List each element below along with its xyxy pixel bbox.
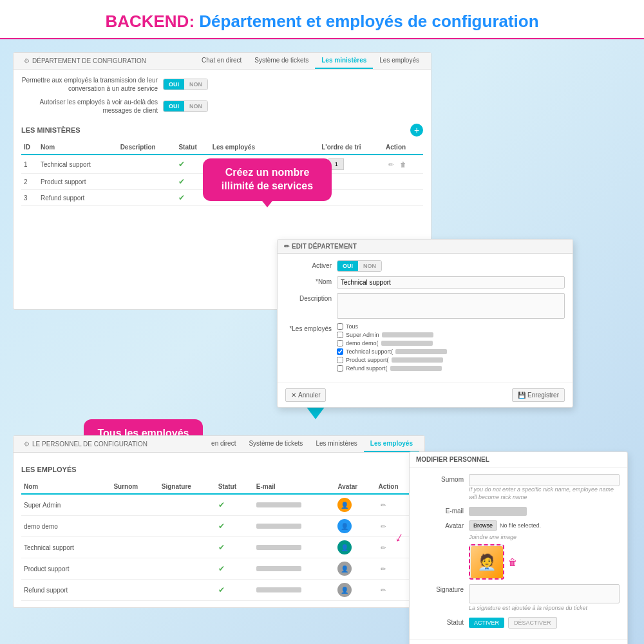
col-nom: Nom [38, 140, 118, 155]
btn-annuler[interactable]: ✕ Annuler [285, 388, 326, 402]
avatar: 👤 [337, 562, 352, 576]
form-input-nom[interactable] [337, 276, 565, 289]
edit-emp-icon[interactable]: ✏ [378, 564, 388, 574]
checkbox-product-input[interactable] [337, 357, 343, 363]
tab-bottom-ministeres[interactable]: Les ministères [309, 436, 363, 452]
btn-enregistrer[interactable]: 💾 Enregistrer [512, 388, 565, 402]
check-icon: ✔ [218, 585, 225, 594]
blurred-email [256, 502, 301, 507]
col-employes: Les employés [210, 140, 319, 155]
emp-email [254, 537, 336, 558]
edit-panel: ✏ EDIT DÉPARTEMENT Activer OUI NON *Nom … [277, 239, 573, 408]
modify-panel-header: MODIFIER PERSONNEL [410, 452, 627, 468]
toggle-row-1: Permettre aux employés la transmission d… [21, 76, 423, 93]
checkbox-technical-input[interactable] [337, 348, 343, 355]
btn-desactiver[interactable]: DÉSACTIVER [508, 617, 557, 629]
btn-activer[interactable]: ACTIVER [469, 618, 504, 628]
emp-statut: ✔ [216, 537, 254, 558]
emp-statut: ✔ [216, 558, 254, 580]
checkbox-refund: Refund support( [337, 365, 447, 372]
edit-panel-header: ✏ EDIT DÉPARTEMENT [278, 240, 573, 254]
checkbox-refund-input[interactable] [337, 365, 343, 372]
blurred-email [256, 545, 301, 550]
emp-nom: Super Admin [21, 494, 111, 516]
cell-id: 2 [21, 174, 38, 190]
emp-email [254, 558, 336, 580]
edit-emp-icon[interactable]: ✏ [378, 521, 388, 531]
tab-bottom-employes[interactable]: Les employés [364, 436, 419, 452]
toggle-oui-2[interactable]: OUI [164, 101, 184, 111]
checkbox-demodemo-input[interactable] [337, 340, 343, 346]
form-row-surnom: Surnom If you do not enter a specific ni… [417, 474, 620, 501]
blurred-text-5 [390, 366, 442, 371]
edit-icon[interactable]: ✏ [386, 159, 396, 169]
col-ordre: L'ordre de tri [319, 140, 383, 155]
emp-avatar: 👤 [335, 494, 375, 516]
edit-toggle-oui[interactable]: OUI [337, 261, 358, 271]
edit-toggle-group: OUI NON [337, 260, 382, 272]
table-row: Super Admin ✔ 👤 ✏ [21, 494, 417, 516]
toggle-non-1[interactable]: NON [184, 79, 207, 90]
avatar: 👤 [337, 583, 352, 597]
edit-emp-icon[interactable]: ✏ [378, 500, 388, 510]
form-row-nom: *Nom [285, 276, 565, 289]
main-content: ⚙ DÉPARTEMENT DE CONFIGURATION Chat en d… [0, 39, 644, 644]
add-button[interactable]: + [410, 124, 423, 137]
checkbox-superadmin-input[interactable] [337, 332, 343, 338]
col-id: ID [21, 140, 38, 155]
tab-bottom-tickets[interactable]: Système de tickets [242, 436, 309, 452]
col-surnom: Surnom [111, 480, 158, 494]
modify-panel-body: Surnom If you do not enter a specific ni… [410, 468, 627, 639]
checkbox-product: Product support( [337, 357, 447, 363]
modify-panel: MODIFIER PERSONNEL Surnom If you do not … [409, 451, 628, 644]
edit-toggle-non[interactable]: NON [358, 261, 381, 271]
panel-tab-title: ⚙ DÉPARTEMENT DE CONFIGURATION [19, 53, 151, 68]
table-row: Technical support ✔ 👤 ✏ [21, 537, 417, 558]
form-label-statut: Statut [417, 617, 469, 626]
bottom-panel: ⚙ LE PERSONNEL DE CONFIGURATION en direc… [13, 435, 425, 608]
checkbox-demodemo: demo demo( [337, 340, 447, 346]
panel-tabs-bottom: ⚙ LE PERSONNEL DE CONFIGURATION en direc… [14, 436, 424, 453]
delete-icon[interactable]: 🗑 [398, 159, 408, 169]
delete-avatar-icon[interactable]: 🗑 [508, 557, 517, 567]
form-textarea-desc[interactable] [337, 293, 565, 319]
checkbox-group-employes: Tous Super Admin demo demo( Techn [337, 323, 447, 372]
emp-email [254, 516, 336, 537]
toggle-oui-1[interactable]: OUI [164, 79, 184, 90]
checkbox-tous-input[interactable] [337, 323, 343, 330]
browse-button[interactable]: Browse [469, 520, 497, 531]
form-row-avatar: Avatar Browse No file selected. Joindre … [417, 520, 620, 580]
col-statut-e: Statut [216, 480, 254, 494]
check-icon: ✔ [218, 522, 225, 531]
checkbox-superadmin: Super Admin [337, 332, 447, 338]
form-label-signature: Signature [417, 584, 469, 593]
blurred-email [256, 587, 301, 592]
tab-tickets[interactable]: Système de tickets [248, 53, 315, 69]
modify-footer: ✕ Supprimer 💾 Sauvegarder [410, 639, 627, 644]
toggle-label-1: Permettre aux employés la transmission d… [21, 76, 163, 93]
form-input-surnom[interactable] [469, 474, 620, 486]
form-row-statut: Statut ACTIVER DÉSACTIVER [417, 617, 620, 629]
check-icon: ✔ [218, 564, 225, 573]
edit-icon-header: ✏ [284, 243, 289, 250]
employes-table: Nom Surnom Signature Statut E-mail Avata… [21, 480, 417, 601]
col-description: Description [118, 140, 176, 155]
blurred-text-2 [381, 341, 433, 346]
checkbox-tous: Tous [337, 323, 447, 330]
form-row-signature: Signature La signature est ajoutée à la … [417, 584, 620, 612]
emp-email [254, 580, 336, 601]
toggle-non-2[interactable]: NON [184, 101, 207, 111]
section-title-employes: LES EMPLOYÉS [21, 466, 417, 476]
tab-employes[interactable]: Les employés [373, 53, 426, 69]
edit-emp-icon[interactable]: ✏ [378, 542, 388, 553]
gear-icon-bottom: ⚙ [24, 440, 30, 448]
tab-bottom-direct[interactable]: en direct [205, 436, 242, 452]
save-icon: 💾 [518, 392, 526, 399]
edit-emp-icon[interactable]: ✏ [378, 585, 388, 595]
cell-nom: Refund support [38, 190, 118, 206]
form-textarea-signature[interactable] [469, 584, 620, 603]
triangle-decorator [306, 406, 325, 419]
tab-chat-direct[interactable]: Chat en direct [195, 53, 248, 69]
blurred-email [256, 524, 301, 529]
tab-ministeres[interactable]: Les ministères [315, 53, 373, 69]
